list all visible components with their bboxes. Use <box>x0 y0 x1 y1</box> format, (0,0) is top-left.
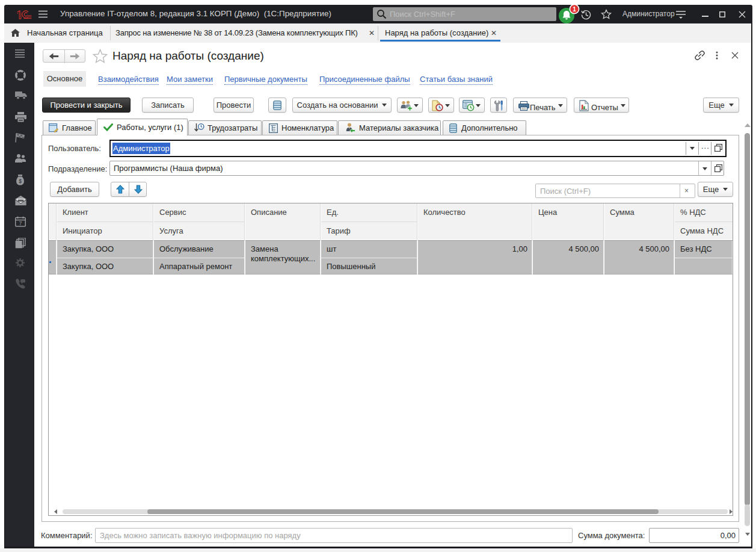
svg-text:$: $ <box>19 178 22 184</box>
svg-text:1: 1 <box>573 6 576 13</box>
svg-text:7: 7 <box>19 220 22 226</box>
